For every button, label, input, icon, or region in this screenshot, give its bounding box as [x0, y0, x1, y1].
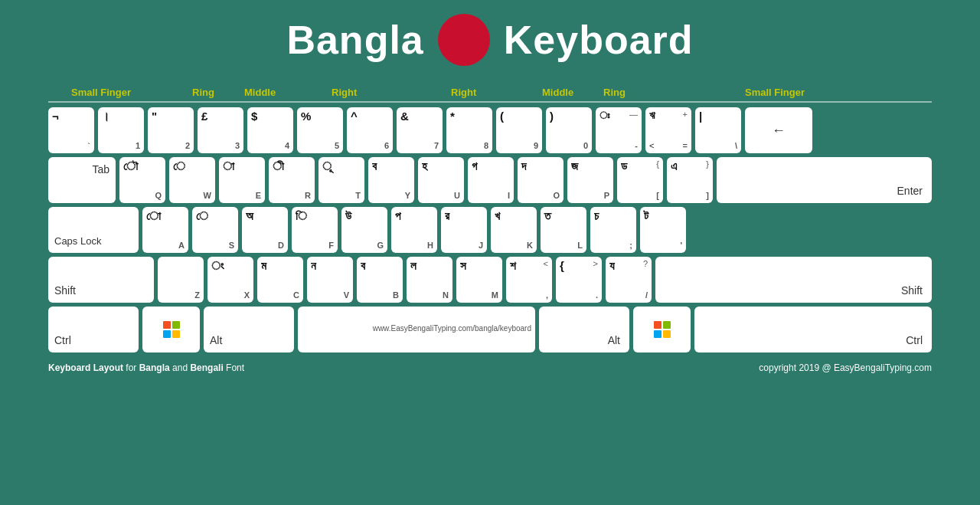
- finger-label-middle-left: Middle: [244, 87, 276, 98]
- key-i[interactable]: গ I: [468, 157, 514, 203]
- key-caps-lock[interactable]: Caps Lock: [48, 207, 139, 253]
- finger-label-small-finger-left: Small Finger: [71, 87, 131, 98]
- key-7[interactable]: & 7: [397, 107, 443, 153]
- key-u[interactable]: হ U: [418, 157, 464, 203]
- key-4[interactable]: $ 4: [247, 107, 293, 153]
- key-equals[interactable]: ঋ + < =: [645, 107, 691, 153]
- key-quote[interactable]: ট ': [640, 207, 686, 253]
- key-v[interactable]: ন V: [307, 257, 353, 303]
- key-c[interactable]: ম C: [257, 257, 303, 303]
- key-backtick[interactable]: ¬ `: [48, 107, 94, 153]
- key-a[interactable]: ো A: [142, 207, 188, 253]
- key-y[interactable]: ব Y: [368, 157, 414, 203]
- key-9[interactable]: ( 9: [496, 107, 542, 153]
- finger-label-small-finger-right: Small Finger: [745, 87, 805, 98]
- footer-copyright: copyright 2019 @ EasyBengaliTyping.com: [759, 362, 932, 373]
- key-ctrl-left[interactable]: Ctrl: [48, 307, 139, 353]
- key-j[interactable]: র J: [441, 207, 487, 253]
- keyboard-row-qwerty: Tab ৌ Q ে W া E ী R ূ T ব Y হ U: [48, 157, 932, 203]
- finger-label-ring-right: Ring: [603, 87, 626, 98]
- key-d[interactable]: অ D: [242, 207, 288, 253]
- key-q[interactable]: ৌ Q: [119, 157, 165, 203]
- key-open-bracket[interactable]: ড { [: [617, 157, 663, 203]
- key-ctrl-right[interactable]: Ctrl: [694, 307, 932, 353]
- key-f[interactable]: ি F: [292, 207, 338, 253]
- keyboard-row-asdf: Caps Lock ো A ে S অ D ি F উ G প H র J: [48, 207, 932, 253]
- key-8[interactable]: * 8: [446, 107, 492, 153]
- key-b[interactable]: ব B: [357, 257, 403, 303]
- key-o[interactable]: দ O: [518, 157, 564, 203]
- space-url: www.EasyBengaliTyping.com/bangla/keyboar…: [373, 324, 531, 333]
- footer: Keyboard Layout for Bangla and Bengali F…: [0, 356, 980, 379]
- key-l[interactable]: ত L: [541, 207, 586, 253]
- key-alt-right[interactable]: Alt: [539, 307, 629, 353]
- keyboard-row-zxcv: Shift Z ং X ম C ন V ব B ল N স M শ: [48, 257, 932, 303]
- finger-label-right-right: Right: [451, 87, 476, 98]
- windows-logo-left: [163, 321, 180, 338]
- key-comma[interactable]: শ < ,: [506, 257, 552, 303]
- key-backspace[interactable]: ←: [745, 107, 812, 153]
- finger-label-middle-right: Middle: [542, 87, 573, 98]
- key-g[interactable]: উ G: [341, 207, 387, 253]
- key-tab[interactable]: Tab: [48, 157, 116, 203]
- key-slash[interactable]: য ? /: [606, 257, 652, 303]
- key-close-bracket[interactable]: এ } ]: [667, 157, 713, 203]
- finger-label-ring-left: Ring: [192, 87, 214, 98]
- key-1[interactable]: । 1: [98, 107, 144, 153]
- bangladesh-flag: [438, 14, 490, 66]
- key-shift-left[interactable]: Shift: [48, 257, 154, 303]
- key-p[interactable]: জ P: [567, 157, 613, 203]
- key-semicolon[interactable]: চ ;: [590, 207, 636, 253]
- keyboard-row-bottom: Ctrl Alt www.EasyBengaliTyping.com/bangl…: [48, 307, 932, 353]
- header-title-right: Keyboard: [504, 17, 694, 63]
- key-3[interactable]: £ 3: [198, 107, 243, 153]
- header-title-left: Bangla: [286, 17, 423, 63]
- key-n[interactable]: ল N: [407, 257, 452, 303]
- keyboard: ¬ ` । 1 " 2 £ 3 $ 4 % 5 ^ 6 & 7: [48, 107, 932, 353]
- key-e[interactable]: া E: [219, 157, 265, 203]
- key-shift-right[interactable]: Shift: [655, 257, 932, 303]
- key-period[interactable]: { > .: [556, 257, 602, 303]
- key-alt-left[interactable]: Alt: [204, 307, 294, 353]
- key-0[interactable]: ) 0: [546, 107, 592, 153]
- footer-left-text: Keyboard Layout for Bangla and Bengali F…: [48, 362, 244, 373]
- key-t[interactable]: ূ T: [318, 157, 364, 203]
- header: Bangla Keyboard: [0, 0, 980, 74]
- key-s[interactable]: ে S: [192, 207, 238, 253]
- keyboard-row-numbers: ¬ ` । 1 " 2 £ 3 $ 4 % 5 ^ 6 & 7: [48, 107, 932, 153]
- key-enter[interactable]: Enter: [717, 157, 932, 203]
- key-space[interactable]: www.EasyBengaliTyping.com/bangla/keyboar…: [298, 307, 535, 353]
- key-h[interactable]: প H: [391, 207, 437, 253]
- key-minus[interactable]: ঃ — -: [596, 107, 642, 153]
- key-5[interactable]: % 5: [297, 107, 343, 153]
- finger-labels: Small Finger Ring Middle Right Right Mid…: [48, 81, 932, 103]
- key-w[interactable]: ে W: [169, 157, 215, 203]
- key-win-right[interactable]: [633, 307, 691, 353]
- windows-logo-right: [654, 321, 671, 338]
- key-m[interactable]: স M: [456, 257, 502, 303]
- key-2[interactable]: " 2: [148, 107, 194, 153]
- key-6[interactable]: ^ 6: [347, 107, 393, 153]
- key-z[interactable]: Z: [158, 257, 204, 303]
- finger-label-right-left: Right: [332, 87, 357, 98]
- key-k[interactable]: খ K: [491, 207, 537, 253]
- key-backslash-top[interactable]: | \: [695, 107, 741, 153]
- key-x[interactable]: ং X: [207, 257, 253, 303]
- key-win-left[interactable]: [142, 307, 200, 353]
- key-r[interactable]: ী R: [269, 157, 315, 203]
